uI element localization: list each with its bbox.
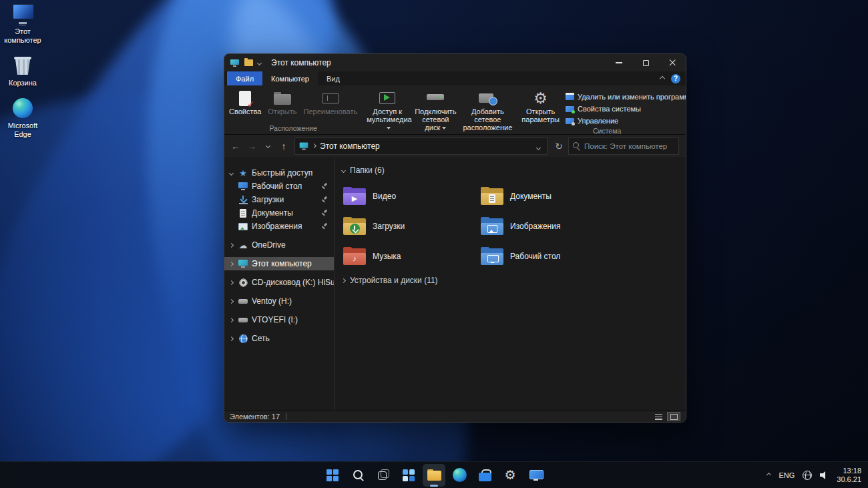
open-settings-button[interactable]: ⚙ Открыть параметры <box>518 87 563 125</box>
sidebar-item-pictures[interactable]: Изображения <box>224 220 334 233</box>
sidebar-item-quick-access[interactable]: ★ Быстрый доступ <box>224 166 334 180</box>
chevron-right-icon[interactable] <box>228 261 233 266</box>
ribbon-button-label: Открыть <box>268 107 296 115</box>
taskbar-search-button[interactable] <box>347 464 369 487</box>
folder-tile-music[interactable]: ♪ Музыка <box>343 241 481 271</box>
section-header-label: Папки (6) <box>350 166 385 175</box>
section-header-folders[interactable]: Папки (6) <box>340 165 686 176</box>
folder-tile-pictures[interactable]: Изображения <box>481 211 618 241</box>
chevron-right-icon[interactable] <box>228 336 233 340</box>
folder-tile-downloads[interactable]: Загрузки <box>343 211 481 241</box>
details-view-icon <box>655 414 662 420</box>
desktop-icon-edge[interactable]: Microsoft Edge <box>1 98 44 139</box>
desktop-icon-this-pc[interactable]: Этот компьютер <box>1 4 44 45</box>
edge-button[interactable] <box>448 464 471 487</box>
network-icon[interactable] <box>803 471 812 480</box>
ribbon-button-label: Переименовать <box>304 107 358 115</box>
sidebar-item-cd-drive[interactable]: CD-дисковод (K:) HiSuite <box>224 276 334 289</box>
window-title: Этот компьютер <box>271 58 331 67</box>
network-icon <box>238 334 248 343</box>
address-dropdown-icon[interactable] <box>534 140 543 152</box>
gear-icon: ⚙ <box>533 91 548 106</box>
breadcrumb[interactable]: Этот компьютер <box>320 142 380 151</box>
titlebar[interactable]: Этот компьютер <box>224 54 686 71</box>
maximize-button[interactable] <box>632 54 659 71</box>
ribbon-button-label: Удалить или изменить программу <box>578 93 686 101</box>
start-button[interactable] <box>321 464 344 487</box>
media-access-button[interactable]: Доступ к мультимедиа <box>363 87 411 133</box>
rename-icon <box>322 93 339 103</box>
tab-computer[interactable]: Компьютер <box>262 71 318 85</box>
store-button[interactable] <box>473 464 496 487</box>
uninstall-program-button[interactable]: Удалить или изменить программу <box>563 91 686 102</box>
help-icon[interactable]: ? <box>671 74 680 83</box>
videos-folder-icon: ▶ <box>343 187 366 206</box>
quick-access-toolbar-chevron-icon[interactable] <box>257 60 262 65</box>
chevron-right-icon[interactable] <box>341 278 346 282</box>
edge-icon <box>453 468 467 482</box>
up-icon[interactable]: ↑ <box>276 138 291 154</box>
folder-tile-videos[interactable]: ▶ Видео <box>343 181 481 211</box>
view-switcher <box>652 412 680 421</box>
folder-tile-desktop[interactable]: Рабочий стол <box>481 241 618 271</box>
add-network-location-button[interactable]: Добавить сетевое расположение <box>459 87 515 133</box>
sidebar-item-ventoy[interactable]: Ventoy (H:) <box>224 294 334 308</box>
address-this-pc-icon <box>299 142 308 151</box>
refresh-icon[interactable]: ↻ <box>551 138 567 155</box>
sidebar-item-desktop[interactable]: Рабочий стол <box>224 180 334 193</box>
tab-view[interactable]: Вид <box>318 71 349 85</box>
sidebar-item-network[interactable]: Сеть <box>224 332 334 345</box>
collapse-ribbon-icon[interactable] <box>660 75 665 81</box>
desktop-icon-label: Корзина <box>9 79 37 87</box>
system-properties-button[interactable]: Свойства системы <box>563 103 686 114</box>
tab-file[interactable]: Файл <box>227 71 262 85</box>
sidebar-item-documents[interactable]: Документы <box>224 206 334 220</box>
sidebar-item-label: Сеть <box>252 334 270 343</box>
folder-tile-documents[interactable]: Документы <box>481 181 618 211</box>
back-icon[interactable]: ← <box>228 138 243 154</box>
system-tray: ENG 13:18 30.6.21 <box>767 462 861 488</box>
sidebar-item-label: VTOYEFI (I:) <box>252 315 298 324</box>
close-button[interactable] <box>659 54 686 71</box>
settings-button[interactable]: ⚙ <box>499 464 521 487</box>
file-explorer-button[interactable] <box>423 464 445 487</box>
chevron-down-icon[interactable] <box>228 170 233 175</box>
chevron-right-icon[interactable] <box>228 317 233 322</box>
open-button[interactable]: Открыть <box>264 87 300 117</box>
tray-date: 30.6.21 <box>837 475 861 484</box>
task-view-button[interactable] <box>372 464 395 487</box>
rename-button[interactable]: Переименовать <box>300 87 361 117</box>
chevron-right-icon[interactable] <box>228 298 233 303</box>
section-header-devices[interactable]: Устройства и диски (11) <box>340 275 686 286</box>
sidebar-item-vtoyefi[interactable]: VTOYEFI (I:) <box>224 313 334 326</box>
sidebar-item-label: Рабочий стол <box>252 182 302 191</box>
details-view-button[interactable] <box>652 412 665 421</box>
address-bar[interactable]: Этот компьютер <box>294 138 548 155</box>
widgets-button[interactable] <box>397 464 420 487</box>
search-input[interactable] <box>584 142 674 150</box>
sidebar-item-onedrive[interactable]: ☁ OneDrive <box>224 238 334 252</box>
ribbon-group-label: Расположение <box>226 124 361 134</box>
properties-button[interactable]: ✓ Свойства <box>226 87 264 117</box>
forward-icon[interactable]: → <box>244 138 259 154</box>
sidebar-item-this-pc[interactable]: Этот компьютер <box>224 257 334 270</box>
chevron-right-icon[interactable] <box>228 280 233 284</box>
display-app-button[interactable] <box>524 464 547 487</box>
hidden-icons-chevron-icon[interactable] <box>767 473 771 477</box>
clock[interactable]: 13:18 30.6.21 <box>837 467 861 484</box>
minimize-button[interactable] <box>606 54 632 71</box>
desktop-icon-recycle-bin[interactable]: Корзина <box>1 55 44 87</box>
search-box[interactable] <box>568 138 679 155</box>
quick-access-toolbar-folder-icon[interactable] <box>244 58 253 67</box>
manage-button[interactable]: Управление <box>563 115 686 126</box>
chevron-right-icon[interactable] <box>228 242 233 247</box>
large-icons-view-button[interactable] <box>667 412 680 421</box>
chevron-down-icon[interactable] <box>341 168 346 172</box>
sidebar-item-downloads[interactable]: Загрузки <box>224 193 334 206</box>
recent-locations-chevron-icon[interactable] <box>260 138 275 154</box>
language-indicator[interactable]: ENG <box>779 471 795 479</box>
volume-icon[interactable] <box>820 471 829 479</box>
breadcrumb-chevron-icon[interactable] <box>312 144 316 148</box>
pin-icon <box>322 183 329 190</box>
map-network-drive-button[interactable]: Подключить сетевой диск <box>411 87 459 133</box>
